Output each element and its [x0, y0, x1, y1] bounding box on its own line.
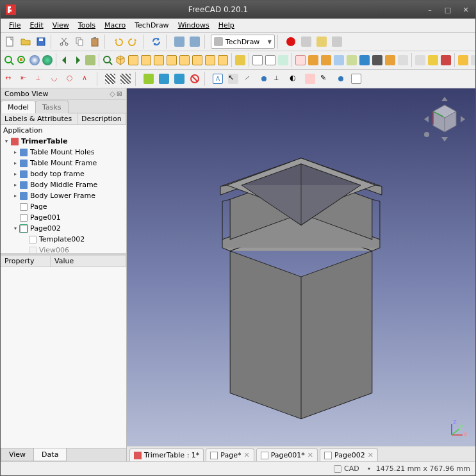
tree-document[interactable]: ▾TrimerTable [1, 136, 126, 147]
tree-item[interactable]: ▸Table Mount Holes [1, 147, 126, 158]
dim-angle-button[interactable]: ∧ [80, 72, 94, 86]
balloon-button[interactable] [349, 72, 363, 86]
tool-a3-button[interactable] [172, 72, 186, 86]
fit-all-button[interactable] [3, 53, 15, 67]
tree-item[interactable]: ▸Page001 [1, 212, 126, 223]
col-description[interactable]: Description [78, 113, 126, 124]
share-view-button[interactable] [397, 53, 409, 67]
new-page-button[interactable] [252, 53, 263, 67]
new-file-button[interactable] [3, 35, 17, 49]
right-button[interactable] [153, 53, 165, 67]
tree-child[interactable]: ▸View006 [1, 245, 126, 253]
menu-help[interactable]: Help [214, 20, 239, 31]
draw-style-button[interactable] [29, 53, 40, 67]
save-button[interactable] [34, 35, 48, 49]
open-file-button[interactable] [19, 35, 33, 49]
rear-button[interactable] [166, 53, 177, 67]
doc-tab[interactable]: Page* ✕ [206, 448, 254, 461]
link-nav-button[interactable] [85, 53, 96, 67]
tab-close-button[interactable]: ✕ [243, 451, 249, 459]
col-value[interactable]: Value [51, 256, 126, 267]
surface-finish-button[interactable] [334, 72, 348, 86]
doc-tab[interactable]: Page001* ✕ [256, 448, 318, 461]
redo-button[interactable] [126, 35, 140, 49]
view-insert-button[interactable] [295, 53, 306, 67]
undo-button[interactable] [111, 35, 125, 49]
tree-item[interactable]: ▸Page [1, 201, 126, 212]
model-tree[interactable]: Application ▾TrimerTable ▸Table Mount Ho… [1, 125, 126, 253]
doc-tab[interactable]: Page002 ✕ [320, 448, 378, 461]
link-button[interactable] [172, 35, 186, 49]
expand-toggle-icon[interactable]: ▾ [3, 138, 10, 144]
move-view-button[interactable] [384, 53, 396, 67]
menu-techdraw[interactable]: TechDraw [130, 20, 173, 31]
redraw-page-button[interactable] [277, 53, 289, 67]
weld-symbol-button[interactable]: ✎ [318, 72, 332, 86]
spreadsheet-view-button[interactable] [359, 53, 370, 67]
macro-edit-button[interactable] [315, 35, 329, 49]
macro-stop-button[interactable] [299, 35, 313, 49]
active-view-button[interactable] [308, 53, 319, 67]
expand-toggle-icon[interactable]: ▸ [12, 149, 19, 155]
menu-macro[interactable]: Macro [100, 20, 130, 31]
hatch-button[interactable] [103, 72, 117, 86]
bottom-button[interactable] [179, 53, 190, 67]
geom-hatch-button[interactable] [119, 72, 133, 86]
macro-record-button[interactable] [284, 35, 298, 49]
isometric-button[interactable] [115, 53, 126, 67]
link-sub-button[interactable] [188, 35, 202, 49]
3d-viewport[interactable]: z x y [127, 88, 475, 446]
expand-toggle-icon[interactable]: ▸ [12, 160, 19, 166]
window-close-button[interactable]: ✕ [461, 5, 470, 14]
rotate-left-button[interactable] [204, 53, 216, 67]
navigation-cube[interactable] [419, 94, 470, 145]
tool-a1-button[interactable] [142, 72, 156, 86]
expand-toggle-icon[interactable]: ▸ [12, 171, 19, 177]
menu-file[interactable]: File [4, 20, 25, 31]
nav-back-button[interactable] [59, 53, 70, 67]
dim-horizontal-button[interactable] [427, 53, 439, 67]
col-property[interactable]: Property [1, 256, 51, 267]
dim-vertical-button[interactable] [440, 53, 452, 67]
expand-toggle-icon[interactable]: ▸ [12, 193, 19, 199]
tool-a4-button[interactable] [188, 72, 202, 86]
tab-tasks[interactable]: Tasks [35, 101, 68, 113]
measure-button[interactable] [234, 53, 246, 67]
cut-button[interactable] [57, 35, 71, 49]
dim-tool-1-button[interactable]: ↔ [3, 72, 17, 86]
dim-tool-3-button[interactable]: ⟂ [34, 72, 48, 86]
cosmetic-erase-button[interactable] [303, 72, 317, 86]
tab-model[interactable]: Model [1, 101, 36, 113]
macro-run-button[interactable] [330, 35, 344, 49]
panel-close-button[interactable]: ⊠ [117, 90, 122, 98]
tree-item[interactable]: ▸Body Middle Frame [1, 179, 126, 190]
tree-root[interactable]: Application [1, 125, 126, 136]
new-page-template-button[interactable] [265, 53, 276, 67]
tree-item[interactable]: ▸body top frame [1, 168, 126, 179]
fit-selection-button[interactable] [16, 53, 28, 67]
doc-tab-active[interactable]: TrimerTable : 1* [129, 448, 204, 461]
tab-view[interactable]: View [1, 448, 34, 461]
export-dxf-button[interactable] [470, 53, 476, 67]
menu-view[interactable]: View [48, 20, 74, 31]
export-svg-button[interactable] [457, 53, 469, 67]
arch-view-button[interactable] [372, 53, 383, 67]
tool-a2-button[interactable] [157, 72, 171, 86]
detail-view-button[interactable] [346, 53, 357, 67]
window-minimize-button[interactable]: – [425, 5, 434, 14]
cosmetic-circle-button[interactable] [257, 72, 271, 86]
nav-style-indicator[interactable]: CAD [334, 464, 359, 473]
window-maximize-button[interactable]: □ [443, 5, 452, 14]
menu-edit[interactable]: Edit [25, 20, 47, 31]
dim-length-button[interactable] [414, 53, 426, 67]
dim-radius-button[interactable]: ◡ [49, 72, 63, 86]
front-button[interactable] [127, 53, 139, 67]
tab-close-button[interactable]: ✕ [368, 451, 373, 459]
section-view-button[interactable] [333, 53, 345, 67]
menu-windows[interactable]: Windows [174, 20, 214, 31]
leader-line-button[interactable]: ↖ [226, 72, 240, 86]
refresh-button[interactable] [149, 35, 163, 49]
projection-group-button[interactable] [320, 53, 332, 67]
midpoint-button[interactable]: ⟂ [272, 72, 286, 86]
expand-toggle-icon[interactable]: ▸ [12, 182, 19, 188]
